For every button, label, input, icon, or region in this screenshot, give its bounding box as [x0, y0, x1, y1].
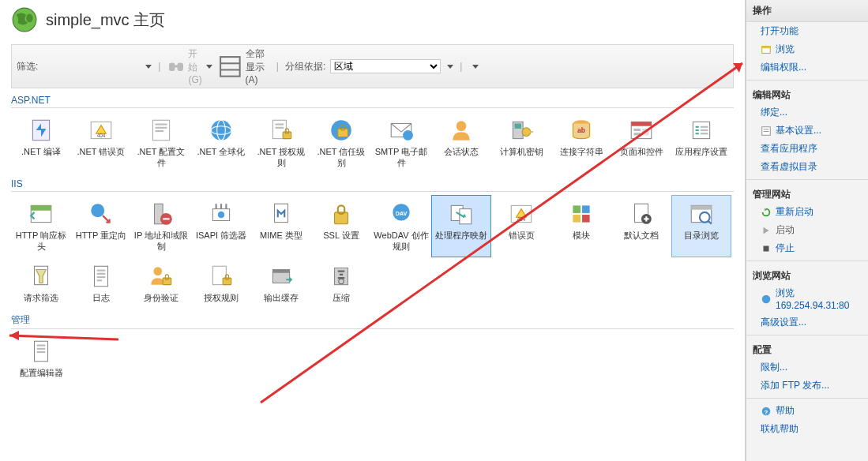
action-edit-permissions[interactable]: 编辑权限...: [746, 58, 868, 77]
globe-icon: [11, 6, 38, 33]
help-icon: ?: [761, 406, 772, 417]
svg-text:404: 404: [97, 133, 106, 138]
feature-net-global[interactable]: .NET 全球化: [191, 111, 251, 174]
group-by-label: 分组依据:: [285, 60, 325, 73]
view-mode-button[interactable]: [468, 65, 479, 69]
svg-rect-96: [37, 348, 46, 350]
svg-rect-73: [645, 216, 647, 221]
binoculars-icon: [167, 57, 186, 76]
svg-rect-18: [156, 127, 167, 129]
feature-isapi[interactable]: ISAPI 筛选器: [191, 195, 251, 257]
config-header: 配置: [746, 339, 868, 358]
svg-rect-19: [156, 130, 164, 132]
svg-rect-25: [276, 127, 284, 129]
feature-default-doc[interactable]: 默认文档: [611, 195, 671, 257]
svg-point-56: [218, 212, 225, 219]
svg-point-2: [26, 14, 33, 23]
filter-input[interactable]: [44, 61, 139, 72]
svg-rect-46: [701, 126, 708, 128]
feature-machine-key[interactable]: 计算机密钥: [491, 111, 551, 174]
action-open-feature[interactable]: 打开功能: [746, 22, 868, 40]
feature-error-pages[interactable]: 404错误页: [491, 195, 551, 257]
feature-config-editor[interactable]: 配置编辑器: [11, 332, 71, 384]
page-title: simple_mvc 主页: [46, 9, 165, 31]
feature-net-authrules[interactable]: .NET 授权规则: [251, 111, 311, 174]
svg-rect-95: [37, 345, 46, 347]
stop-icon: [761, 243, 772, 254]
feature-http-headers[interactable]: HTTP 响应标头: [11, 195, 71, 257]
svg-rect-54: [163, 218, 170, 219]
feature-authentication[interactable]: 身份验证: [131, 257, 191, 309]
feature-ip-restrict[interactable]: IP 地址和域限制: [131, 195, 191, 257]
svg-rect-43: [633, 133, 641, 135]
group-by-select[interactable]: 区域: [330, 59, 441, 73]
action-restart[interactable]: 重新启动: [746, 203, 868, 221]
svg-rect-88: [223, 278, 231, 285]
feature-mime[interactable]: MIME 类型: [251, 195, 311, 257]
svg-rect-17: [156, 124, 167, 126]
feature-compression[interactable]: 压缩: [311, 257, 371, 309]
feature-logging[interactable]: 日志: [71, 257, 131, 309]
svg-rect-75: [691, 205, 712, 209]
feature-handler-mappings[interactable]: 处理程序映射: [431, 195, 491, 257]
content-pane: simple_mvc 主页 筛选: | 开始(G) 全部显示(A) | 分组依据…: [0, 0, 746, 461]
svg-rect-99: [762, 46, 771, 48]
action-add-ftp[interactable]: 添加 FTP 发布...: [746, 377, 868, 395]
svg-text:DAV: DAV: [395, 210, 407, 217]
svg-rect-35: [515, 124, 522, 129]
svg-rect-83: [97, 279, 102, 281]
action-start[interactable]: 启动: [746, 221, 868, 239]
action-limits[interactable]: 限制...: [746, 358, 868, 377]
action-bindings[interactable]: 绑定...: [746, 103, 868, 122]
svg-point-33: [457, 121, 467, 131]
show-all-button[interactable]: 全部显示(A): [217, 47, 270, 85]
management-grid: 配置编辑器: [11, 332, 734, 384]
browse-site-header: 浏览网站: [746, 264, 868, 284]
aspnet-grid: .NET 编译 404.NET 错误页 .NET 配置文件 .NET 全球化 .…: [11, 111, 734, 174]
svg-point-51: [91, 204, 104, 217]
action-advanced-settings[interactable]: 高级设置...: [746, 313, 868, 332]
svg-rect-66: [573, 205, 581, 213]
feature-webdav[interactable]: DAVWebDAV 创作规则: [371, 195, 431, 257]
svg-rect-37: [529, 131, 533, 133]
feature-pages[interactable]: 页面和控件: [611, 111, 671, 174]
feature-net-error[interactable]: 404.NET 错误页: [71, 111, 131, 174]
svg-rect-103: [764, 245, 769, 251]
section-aspnet-header: ASP.NET: [11, 95, 734, 108]
go-button: 开始(G): [167, 47, 212, 85]
action-stop[interactable]: 停止: [746, 239, 868, 257]
filter-dropdown-icon[interactable]: [145, 65, 152, 69]
svg-rect-82: [97, 276, 106, 278]
feature-net-trust[interactable]: .NET 信任级别: [311, 111, 371, 174]
feature-net-profile[interactable]: .NET 配置文件: [131, 111, 191, 174]
svg-rect-41: [631, 122, 652, 126]
action-view-apps[interactable]: 查看应用程序: [746, 140, 868, 158]
action-browse-ip[interactable]: 浏览 169.254.94.31:80: [746, 284, 868, 313]
feature-ssl[interactable]: SSL 设置: [311, 195, 371, 257]
feature-output-cache[interactable]: 输出缓存: [251, 257, 311, 309]
feature-session[interactable]: 会话状态: [431, 111, 491, 174]
feature-net-compile[interactable]: .NET 编译: [11, 111, 71, 174]
action-view-vdirs[interactable]: 查看虚拟目录: [746, 158, 868, 176]
feature-modules[interactable]: 模块: [551, 195, 611, 257]
action-browse[interactable]: 浏览: [746, 40, 868, 58]
action-online-help[interactable]: 联机帮助: [746, 420, 868, 438]
action-help[interactable]: ?帮助: [746, 402, 868, 420]
svg-rect-68: [573, 215, 581, 223]
feature-request-filtering[interactable]: 请求筛选: [11, 257, 71, 309]
manage-site-header: 管理网站: [746, 183, 868, 203]
feature-connection[interactable]: ab连接字符串: [551, 111, 611, 174]
feature-smtp[interactable]: SMTP 电子邮件: [371, 111, 431, 174]
svg-rect-5: [174, 66, 178, 68]
feature-appsettings[interactable]: 应用程序设置: [671, 111, 731, 174]
action-basic-settings[interactable]: 基本设置...: [746, 122, 868, 140]
svg-rect-91: [272, 270, 289, 273]
svg-rect-48: [701, 133, 708, 134]
feature-directory-browsing[interactable]: 目录浏览: [671, 195, 731, 257]
svg-rect-24: [276, 124, 284, 126]
svg-rect-6: [220, 57, 240, 77]
feature-redirect[interactable]: HTTP 重定向: [71, 195, 131, 257]
svg-rect-47: [701, 129, 708, 131]
feature-authorization[interactable]: 授权规则: [191, 257, 251, 309]
svg-rect-67: [582, 205, 590, 213]
